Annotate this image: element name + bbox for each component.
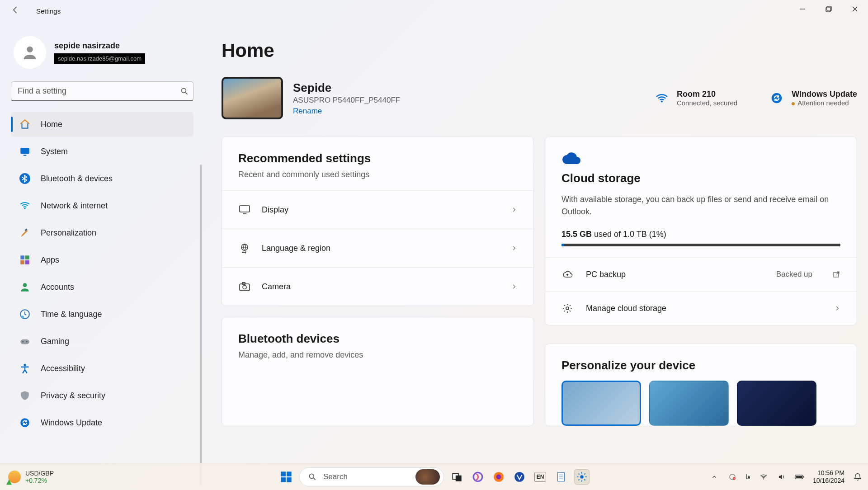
recommended-row-globe[interactable]: Language & region (222, 229, 533, 267)
nav-item-clock[interactable]: Time & language (11, 302, 193, 326)
tray-battery-icon[interactable] (795, 472, 805, 482)
tray-notifications-icon[interactable] (853, 472, 863, 482)
nav-label: Network & internet (41, 201, 108, 211)
recommended-sub: Recent and commonly used settings (238, 170, 517, 179)
taskbar-app-copilot[interactable] (470, 469, 486, 485)
wifi-title: Room 210 (677, 90, 737, 99)
svg-rect-25 (240, 206, 250, 212)
taskbar-app-settings[interactable] (574, 469, 590, 485)
window-controls (789, 0, 868, 18)
cloud-row-gear[interactable]: Manage cloud storage (545, 291, 857, 325)
taskbar-search-label: Search (323, 472, 348, 481)
tray-overflow-icon[interactable] (709, 472, 719, 482)
wifi-icon (19, 200, 31, 212)
maximize-button[interactable] (816, 0, 842, 18)
nav-label: Bluetooth & devices (41, 174, 113, 184)
bluetooth-sub: Manage, add, and remove devices (238, 350, 517, 360)
personalize-card: Personalize your device (545, 344, 857, 426)
nav-label: Apps (41, 255, 59, 265)
svg-line-5 (186, 93, 188, 94)
tray-volume-icon[interactable] (777, 472, 787, 482)
taskbar-news-widget[interactable]: USD/GBP +0.72% (8, 470, 54, 484)
system-icon (19, 146, 31, 157)
cloud-desc: With available storage, you can back up … (561, 193, 840, 218)
nav-item-bluetooth[interactable]: Bluetooth & devices (11, 166, 193, 191)
profile-email: sepide.nasirzade85@gmail.com (54, 53, 145, 64)
back-button[interactable] (11, 5, 22, 16)
svg-point-24 (772, 93, 782, 104)
taskbar-search[interactable]: Search (299, 467, 444, 486)
task-view-button[interactable] (449, 469, 465, 485)
nav-label: Home (41, 120, 62, 129)
update-sub: Attention needed (792, 99, 857, 107)
wifi-status[interactable]: Room 210 Connected, secured (654, 90, 737, 107)
svg-rect-33 (281, 471, 286, 476)
gear-icon (561, 302, 573, 314)
cloud-up-icon (561, 269, 573, 280)
svg-point-37 (309, 474, 314, 478)
search-wrap (11, 81, 193, 101)
minimize-button[interactable] (789, 0, 816, 18)
tray-date: 10/16/2024 (813, 477, 844, 485)
taskbar-app-firefox[interactable] (491, 469, 506, 485)
device-info: Sepide ASUSPRO P5440FF_P5440FF Rename (293, 81, 400, 116)
device-row: Sepide ASUSPRO P5440FF_P5440FF Rename Ro… (222, 77, 857, 119)
taskbar-app-notepad[interactable] (553, 469, 569, 485)
news-icon (8, 471, 21, 483)
nav-item-gamepad[interactable]: Gaming (11, 329, 193, 353)
sidebar: sepide nasirzade sepide.nasirzade85@gmai… (0, 27, 204, 490)
svg-rect-14 (25, 260, 29, 264)
svg-line-38 (314, 478, 316, 480)
device-wallpaper-thumb[interactable] (222, 77, 283, 119)
update-icon (19, 417, 31, 429)
close-button[interactable] (842, 0, 868, 18)
nav-label: Windows Update (41, 418, 102, 428)
sidebar-scrollbar[interactable] (200, 165, 202, 486)
nav-item-apps[interactable]: Apps (11, 248, 193, 272)
device-name: Sepide (293, 81, 400, 95)
chevron-right-icon (511, 207, 517, 213)
svg-point-17 (21, 316, 24, 319)
nav-item-shield[interactable]: Privacy & security (11, 383, 193, 408)
personalize-title: Personalize your device (561, 358, 840, 372)
search-input[interactable] (11, 81, 193, 101)
svg-rect-54 (796, 476, 802, 478)
tray-clock[interactable]: 10:56 PM 10/16/2024 (813, 469, 844, 485)
nav-item-brush[interactable]: Personalization (11, 221, 193, 245)
nav-item-home[interactable]: Home (11, 112, 193, 137)
nav-item-system[interactable]: System (11, 139, 193, 164)
profile-name: sepide nasirzade (54, 41, 145, 51)
nav-item-accessibility[interactable]: Accessibility (11, 356, 193, 381)
start-button[interactable] (278, 469, 294, 485)
bluetooth-title: Bluetooth devices (238, 332, 517, 346)
nav-item-wifi[interactable]: Network & internet (11, 193, 193, 218)
svg-rect-30 (242, 283, 245, 284)
tray-wifi-icon[interactable] (759, 472, 769, 482)
taskbar-app-v[interactable] (512, 469, 527, 485)
tray-lang[interactable]: فا (745, 473, 750, 481)
taskbar-lang-en[interactable]: EN (533, 469, 548, 485)
recommended-row-display[interactable]: Display (222, 190, 533, 229)
wifi-icon (654, 90, 670, 106)
apps-icon (19, 254, 31, 266)
bluetooth-icon (19, 173, 31, 184)
recommended-row-camera[interactable]: Camera (222, 267, 533, 306)
profile-block[interactable]: sepide nasirzade sepide.nasirzade85@gmai… (11, 27, 193, 80)
device-model: ASUSPRO P5440FF_P5440FF (293, 96, 400, 105)
theme-thumb-2[interactable] (649, 381, 729, 426)
theme-thumb-1[interactable] (561, 381, 641, 426)
avatar (14, 36, 46, 69)
search-icon[interactable] (180, 87, 189, 96)
tray-app-icon[interactable] (727, 472, 737, 482)
update-status[interactable]: Windows Update Attention needed (769, 90, 857, 107)
svg-rect-7 (24, 155, 27, 156)
cloud-usage: 15.5 GB used of 1.0 TB (1%) (561, 230, 840, 239)
cloud-row-cloud-up[interactable]: PC backupBacked up (545, 257, 857, 291)
svg-rect-11 (20, 255, 24, 259)
rename-link[interactable]: Rename (293, 107, 322, 116)
nav-item-update[interactable]: Windows Update (11, 410, 193, 435)
theme-thumb-3[interactable] (737, 381, 816, 426)
titlebar: Settings (0, 0, 868, 22)
shield-icon (19, 390, 31, 401)
nav-item-person[interactable]: Accounts (11, 275, 193, 299)
